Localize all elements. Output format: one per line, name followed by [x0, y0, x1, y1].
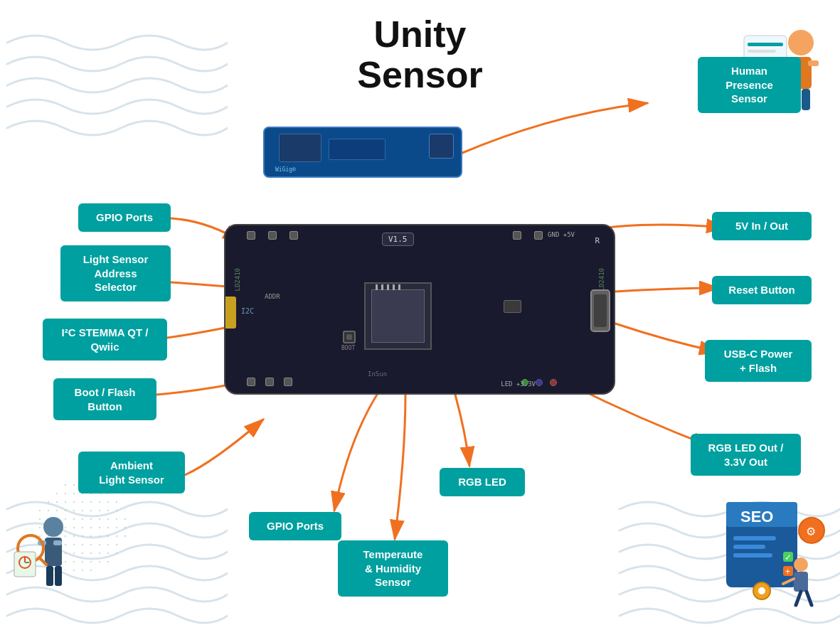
svg-point-1 — [788, 30, 814, 55]
svg-point-14 — [43, 517, 63, 537]
svg-text:+: + — [785, 567, 790, 577]
label-human-presence: Human Presence Sensor — [698, 57, 801, 113]
page-title: Unity Sensor — [357, 14, 482, 95]
svg-rect-22 — [14, 552, 36, 577]
label-light-sensor-addr: Light Sensor Address Selector — [60, 245, 171, 301]
svg-rect-19 — [55, 566, 62, 586]
svg-point-42 — [758, 587, 765, 594]
svg-rect-37 — [794, 572, 808, 592]
svg-rect-18 — [46, 566, 53, 586]
svg-text:⚙: ⚙ — [806, 525, 816, 538]
svg-rect-9 — [748, 50, 776, 53]
svg-rect-17 — [53, 540, 62, 545]
svg-rect-8 — [748, 43, 783, 46]
svg-rect-30 — [733, 545, 765, 549]
svg-line-40 — [807, 592, 812, 605]
label-temp-humidity: Temperaute & Humidity Sensor — [338, 540, 448, 597]
label-rgb-led: RGB LED — [440, 468, 525, 496]
svg-text:SEO: SEO — [740, 508, 773, 525]
svg-text:✓: ✓ — [785, 552, 792, 562]
svg-rect-4 — [808, 60, 819, 66]
label-reset: Reset Button — [712, 276, 812, 304]
svg-rect-29 — [733, 536, 776, 540]
illustration-bottom-right: SEO ✓ + ⚙ — [691, 474, 833, 616]
label-gpio-bottom: GPIO Ports — [249, 512, 341, 540]
label-i2c-stemma: I²C STEMMA QT / Qwiic — [43, 319, 167, 361]
main-pcb-board: V1.5 GND +5V LD2410 LD2410 I2C ADDR — [224, 224, 615, 395]
bg-waves-top-left — [0, 14, 228, 142]
label-gpio-top: GPIO Ports — [78, 203, 171, 232]
svg-rect-31 — [733, 553, 772, 557]
svg-line-39 — [796, 592, 801, 605]
label-rgb-led-out: RGB LED Out / 3.3V Out — [691, 434, 801, 476]
label-ambient-light: Ambient Light Sensor — [78, 452, 185, 493]
illustration-bottom-left — [11, 509, 82, 602]
presence-sensor-board: WiGig® — [263, 127, 462, 178]
svg-point-36 — [794, 557, 808, 572]
label-boot-flash: Boot / Flash Button — [53, 378, 156, 420]
label-usb-c: USB-C Power + Flash — [705, 340, 812, 382]
label-5v: 5V In / Out — [712, 212, 812, 240]
svg-rect-6 — [802, 89, 810, 110]
